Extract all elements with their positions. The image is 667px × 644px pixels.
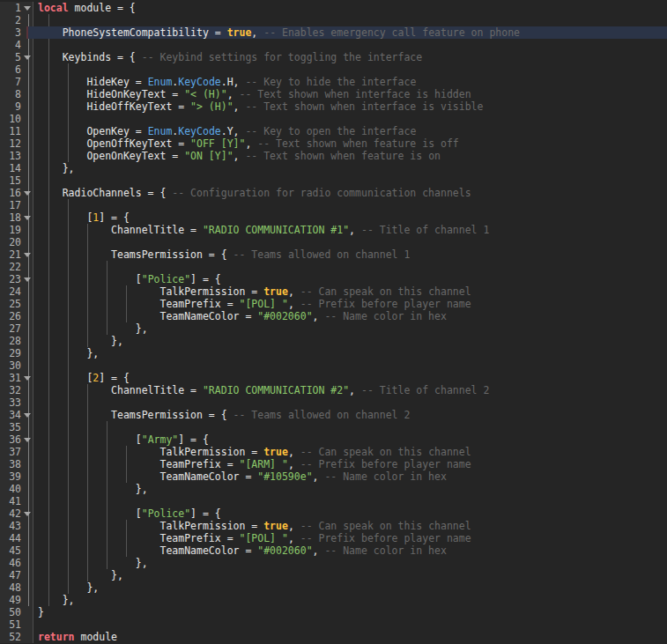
fold-arrow-icon[interactable] [24, 216, 31, 220]
line-number[interactable]: 25 [9, 298, 21, 310]
code-text[interactable] [33, 63, 667, 76]
line-number[interactable]: 52 [9, 631, 21, 643]
line-number[interactable]: 50 [9, 606, 21, 618]
line-number[interactable]: 49 [9, 594, 21, 606]
line-number[interactable]: 48 [9, 581, 21, 594]
line-number[interactable]: 20 [9, 236, 21, 248]
code-text[interactable]: ["Police"] = { [33, 507, 667, 520]
line-number[interactable]: 6 [15, 63, 21, 76]
code-text[interactable]: HideOnKeyText = "< (H)", -- Text shown w… [33, 88, 667, 100]
code-text[interactable]: OpenKey = Enum.KeyCode.Y, -- Key to open… [33, 125, 667, 137]
code-text[interactable]: TeamPrefix = "[POL] ", -- Prefix before … [33, 532, 667, 544]
line-number[interactable]: 35 [9, 421, 21, 433]
code-text[interactable]: TalkPermission = true, -- Can speak on t… [33, 446, 667, 458]
code-text[interactable] [33, 14, 667, 26]
line-number[interactable]: 16 [9, 187, 21, 199]
code-text[interactable]: TeamNameColor = "#002060", -- Name color… [33, 310, 667, 322]
line-number[interactable]: 34 [9, 409, 21, 421]
code-text[interactable]: ChannelTitle = "RADIO COMMUNICATION #1",… [33, 224, 667, 236]
code-text[interactable] [33, 495, 667, 507]
fold-arrow-icon[interactable] [24, 413, 31, 418]
code-text[interactable]: ["Army"] = { [33, 433, 667, 446]
line-number[interactable]: 31 [9, 372, 21, 384]
line-number[interactable]: 44 [9, 532, 21, 544]
code-text[interactable]: OpenOnKeyText = "ON [Y]", -- Text shown … [33, 150, 667, 162]
line-number[interactable]: 26 [9, 310, 21, 322]
code-text[interactable] [33, 396, 667, 409]
fold-arrow-icon[interactable] [24, 278, 31, 282]
line-number[interactable]: 12 [9, 137, 21, 150]
line-number[interactable]: 4 [15, 39, 21, 51]
code-text[interactable] [33, 39, 667, 51]
line-number[interactable]: 38 [9, 458, 21, 470]
line-number[interactable]: 28 [9, 335, 21, 347]
code-text[interactable]: TeamsPermission = { -- Teams allowed on … [33, 248, 667, 261]
code-text[interactable]: Keybinds = { -- Keybind settings for tog… [33, 51, 667, 63]
code-text[interactable]: }, [33, 162, 667, 174]
code-text[interactable]: }, [33, 569, 667, 581]
code-text[interactable] [33, 236, 667, 248]
line-number[interactable]: 45 [9, 544, 21, 557]
code-text[interactable]: }, [33, 322, 667, 335]
line-number[interactable]: 39 [9, 470, 21, 483]
code-text[interactable]: TeamNameColor = "#002060", -- Name color… [33, 544, 667, 557]
code-text[interactable]: return module [33, 631, 667, 643]
code-text[interactable]: }, [33, 335, 667, 347]
code-text[interactable] [33, 199, 667, 211]
line-number[interactable]: 14 [9, 162, 21, 174]
code-text[interactable]: local module = { [33, 2, 667, 14]
fold-arrow-icon[interactable] [24, 6, 31, 11]
code-text[interactable] [33, 359, 667, 372]
line-number[interactable]: 32 [9, 384, 21, 396]
code-text[interactable] [33, 421, 667, 433]
line-number[interactable]: 47 [9, 569, 21, 581]
line-number[interactable]: 42 [9, 507, 21, 520]
code-text[interactable] [33, 174, 667, 187]
line-number[interactable]: 43 [9, 520, 21, 532]
line-number[interactable]: 40 [9, 483, 21, 495]
line-number[interactable]: 1 [15, 2, 21, 14]
line-number[interactable]: 51 [9, 618, 21, 631]
code-text[interactable]: TeamPrefix = "[POL] ", -- Prefix before … [33, 298, 667, 310]
fold-arrow-icon[interactable] [24, 56, 31, 60]
code-text[interactable]: RadioChannels = { -- Configuration for r… [33, 187, 667, 199]
line-number[interactable]: 13 [9, 150, 21, 162]
code-text[interactable]: ["Police"] = { [33, 273, 667, 285]
code-text[interactable]: }, [33, 347, 667, 359]
code-text[interactable]: HideKey = Enum.KeyCode.H, -- Key to hide… [33, 76, 667, 88]
line-number[interactable]: 11 [9, 125, 21, 137]
line-number[interactable]: 17 [9, 199, 21, 211]
fold-arrow-icon[interactable] [24, 253, 31, 257]
fold-arrow-icon[interactable] [24, 191, 31, 196]
code-text[interactable]: [1] = { [33, 211, 667, 224]
code-text[interactable] [33, 618, 667, 631]
code-text[interactable]: HideOffKeyText = "> (H)", -- Text shown … [33, 100, 667, 113]
line-number[interactable]: 7 [15, 76, 21, 88]
code-text[interactable]: TalkPermission = true, -- Can speak on t… [33, 520, 667, 532]
line-number[interactable]: 27 [9, 322, 21, 335]
line-number[interactable]: 36 [9, 433, 21, 446]
line-number[interactable]: 19 [9, 224, 21, 236]
line-number[interactable]: 15 [9, 174, 21, 187]
code-text[interactable]: }, [33, 557, 667, 569]
line-number[interactable]: 24 [9, 285, 21, 298]
line-number[interactable]: 3 [15, 26, 21, 39]
code-text[interactable]: TeamPrefix = "[ARM] ", -- Prefix before … [33, 458, 667, 470]
line-number[interactable]: 37 [9, 446, 21, 458]
code-text[interactable] [33, 261, 667, 273]
line-number[interactable]: 2 [15, 14, 21, 26]
line-number[interactable]: 8 [15, 88, 21, 100]
line-number[interactable]: 5 [15, 51, 21, 63]
fold-arrow-icon[interactable] [24, 512, 31, 516]
code-text[interactable]: TeamNameColor = "#10590e", -- Name color… [33, 470, 667, 483]
code-text[interactable]: }, [33, 483, 667, 495]
code-text[interactable]: OpenOffKeyText = "OFF [Y]", -- Text show… [33, 137, 667, 150]
line-number[interactable]: 41 [9, 495, 21, 507]
code-text[interactable]: TeamsPermission = { -- Teams allowed on … [33, 409, 667, 421]
code-text[interactable]: } [33, 606, 667, 618]
line-number[interactable]: 9 [15, 100, 21, 113]
line-number[interactable]: 18 [9, 211, 21, 224]
code-text[interactable]: PhoneSystemCompatibility = true, -- Enab… [33, 26, 667, 39]
code-text[interactable]: ChannelTitle = "RADIO COMMUNICATION #2",… [33, 384, 667, 396]
line-number[interactable]: 29 [9, 347, 21, 359]
